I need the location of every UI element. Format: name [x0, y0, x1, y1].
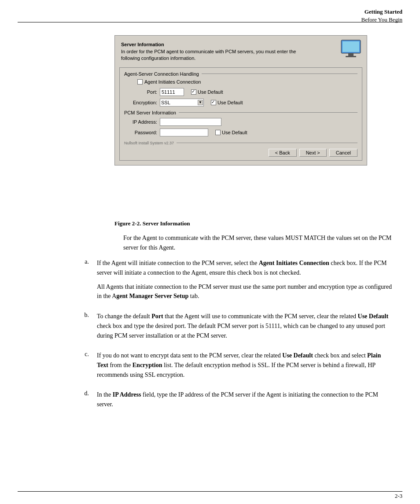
- section-pcm-label: PCM Server Information: [124, 110, 357, 115]
- encryption-row: Encryption: ▼ Use Default: [124, 99, 357, 107]
- figure-caption: Figure 2-2. Server Information: [114, 220, 190, 227]
- list-marker-a: a.: [35, 258, 97, 305]
- port-row: Port: Use Default: [124, 88, 357, 96]
- page-header: Getting Started Before You Begin: [361, 8, 402, 24]
- agent-initiates-label: Agent Initiates Connection: [144, 79, 201, 85]
- ip-address-input[interactable]: [160, 118, 221, 126]
- agent-initiates-row: Agent Initiates Connection: [137, 79, 357, 85]
- list-marker-d: d.: [35, 390, 97, 413]
- top-rule: [18, 22, 402, 22]
- dialog-header: Server Information In order for the PCM …: [119, 40, 362, 64]
- ip-address-row: IP Address:: [124, 118, 357, 126]
- list-content-b: To change the default Port that the Agen…: [97, 312, 394, 345]
- password-use-default: Use Default: [215, 130, 247, 135]
- password-use-default-checkbox[interactable]: [215, 130, 221, 135]
- port-use-default-checkbox[interactable]: [191, 89, 196, 95]
- encryption-select[interactable]: [160, 99, 204, 107]
- password-row: Password: Use Default: [124, 129, 357, 136]
- list-b-para: To change the default Port that the Agen…: [97, 312, 394, 340]
- ip-address-label: IP Address:: [124, 119, 157, 125]
- svg-rect-1: [343, 41, 359, 52]
- list-item-a: a. If the Agent will initiate connection…: [35, 258, 394, 305]
- svg-rect-3: [346, 56, 356, 57]
- list-content-d: In the IP Address field, type the IP add…: [97, 390, 394, 413]
- next-button[interactable]: Next >: [299, 149, 327, 157]
- list-d-para: In the IP Address field, type the IP add…: [97, 390, 394, 409]
- header-subtitle: Before You Begin: [361, 16, 402, 24]
- list-content-a: If the Agent will initiate connection to…: [97, 258, 394, 305]
- cancel-button[interactable]: Cancel: [329, 149, 357, 157]
- monitor-icon: [340, 39, 363, 59]
- agent-initiates-checkbox[interactable]: [137, 79, 143, 85]
- encryption-select-wrapper: ▼: [160, 99, 204, 107]
- dialog-buttons: < Back Next > Cancel: [124, 149, 357, 157]
- encryption-label: Encryption:: [124, 100, 157, 105]
- intro-paragraph: For the Agent to communicate with the PC…: [123, 233, 394, 252]
- dialog-screenshot: Server Information In order for the PCM …: [114, 35, 367, 166]
- section-connection-label: Agent-Server Connection Handling: [124, 71, 357, 77]
- footer-page-number: 2-3: [395, 493, 402, 500]
- list-item-d: d. In the IP Address field, type the IP …: [35, 390, 394, 413]
- encryption-use-default: Use Default: [211, 100, 243, 105]
- body-text: For the Agent to communicate with the PC…: [35, 233, 394, 420]
- port-use-default: Use Default: [191, 89, 223, 95]
- encryption-use-default-checkbox[interactable]: [211, 100, 216, 105]
- list-c-para: If you do not want to encrypt data sent …: [97, 351, 394, 379]
- svg-rect-2: [348, 53, 354, 56]
- port-input[interactable]: [160, 88, 184, 96]
- list-marker-c: c.: [35, 351, 97, 384]
- list-item-b: b. To change the default Port that the A…: [35, 312, 394, 345]
- dialog-description: In order for the PCM agent to communicat…: [121, 48, 340, 62]
- dialog-title: Server Information: [121, 42, 340, 47]
- bottom-rule: [18, 491, 402, 492]
- password-label: Password:: [124, 130, 157, 135]
- list-a-para2: All Agents that initiate connection to t…: [97, 282, 394, 301]
- header-title: Getting Started: [361, 8, 402, 16]
- list-content-c: If you do not want to encrypt data sent …: [97, 351, 394, 384]
- nullsoft-label: Nullsoft Install System v2.37: [124, 141, 357, 145]
- list-a-para1: If the Agent will initiate connection to…: [97, 258, 394, 277]
- dialog-inner-panel: Agent-Server Connection Handling Agent I…: [119, 67, 362, 161]
- list-item-c: c. If you do not want to encrypt data se…: [35, 351, 394, 384]
- port-label: Port:: [124, 89, 157, 95]
- back-button[interactable]: < Back: [269, 149, 297, 157]
- list-marker-b: b.: [35, 312, 97, 345]
- password-input[interactable]: [160, 129, 208, 136]
